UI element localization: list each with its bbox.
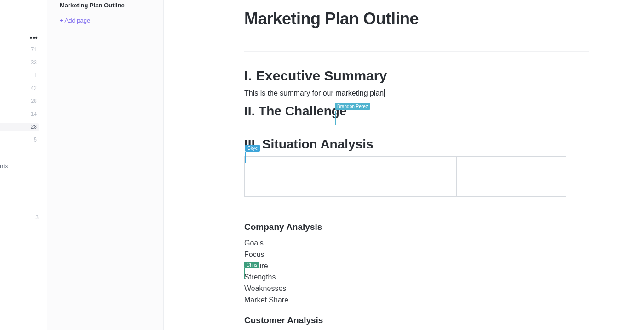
ellipsis-icon[interactable]: ••• (30, 34, 38, 41)
count-item[interactable]: 5 (32, 136, 39, 144)
count-item[interactable]: 33 (29, 59, 39, 67)
table-cell[interactable] (245, 183, 351, 197)
table-cell[interactable] (351, 170, 457, 183)
list-item[interactable]: Market Share (244, 295, 589, 306)
count-item[interactable]: 1 (32, 72, 39, 80)
company-items[interactable]: Chris Goals Focus Culture Strengths Weak… (244, 238, 589, 306)
table-row[interactable] (245, 157, 566, 170)
collaborator-tag: Brandon Perez (335, 103, 370, 110)
heading-challenge[interactable]: II. The Challenge Brandon Perez (244, 104, 589, 119)
table-row[interactable] (245, 170, 566, 183)
sidebar-counts: 71 33 1 42 28 14 28 5 (0, 46, 39, 144)
table-cell[interactable] (245, 157, 351, 170)
exec-summary-body[interactable]: This is the summary for our marketing pl… (244, 89, 589, 97)
count-item[interactable]: 14 (29, 110, 39, 118)
collaborator-caret (335, 111, 336, 125)
heading-situation[interactable]: III. Situation Analysis (244, 137, 589, 152)
list-item[interactable]: Focus (244, 249, 589, 261)
collaborator-tag: Chris (244, 262, 259, 268)
doc-title[interactable]: Marketing Plan Outline (244, 9, 589, 35)
count-item[interactable]: 42 (29, 85, 39, 92)
table-cell[interactable] (457, 170, 566, 183)
collaborator-tag: Skye (245, 145, 260, 152)
table-cell[interactable] (245, 170, 351, 183)
document-editor[interactable]: Marketing Plan Outline I. Executive Summ… (164, 0, 644, 330)
analysis-table[interactable] (244, 156, 566, 197)
analysis-table-wrap: Skye (244, 156, 589, 197)
table-row[interactable] (245, 183, 566, 197)
list-item[interactable]: Goals (244, 238, 589, 249)
heading-customer-analysis[interactable]: Customer Analysis (244, 315, 589, 325)
heading-company-analysis[interactable]: Company Analysis (244, 222, 589, 232)
collaborator-cursor-skye: Skye (245, 145, 260, 152)
count-item[interactable]: 71 (29, 46, 39, 54)
list-item[interactable]: Culture (244, 261, 589, 272)
doc-title-wrap: Marketing Plan Outline (244, 9, 589, 52)
heading-challenge-text: II. The Challenge (244, 104, 346, 118)
count-item[interactable]: 28 (29, 97, 39, 105)
count-item-active[interactable]: 28 (0, 123, 39, 131)
page-nav-panel: Marketing Plan Outline + Add page (47, 0, 164, 330)
sidebar-label-fragment: nts (0, 163, 8, 170)
left-count-sidebar: ••• 71 33 1 42 28 14 28 5 nts 3 (0, 0, 47, 330)
heading-exec-summary[interactable]: I. Executive Summary (244, 68, 589, 84)
count-bottom[interactable]: 3 (35, 214, 39, 221)
collaborator-caret (245, 152, 246, 163)
list-item[interactable]: Weaknesses (244, 283, 589, 295)
collaborator-cursor-chris: Chris (244, 262, 259, 268)
collaborator-caret (244, 268, 245, 279)
nav-doc-title[interactable]: Marketing Plan Outline (60, 2, 154, 9)
table-cell[interactable] (351, 183, 457, 197)
list-item[interactable]: Strengths (244, 272, 589, 283)
table-cell[interactable] (351, 157, 457, 170)
table-cell[interactable] (457, 183, 566, 197)
collaborator-cursor-brandon: Brandon Perez (335, 103, 370, 110)
add-page-button[interactable]: + Add page (60, 17, 154, 24)
table-cell[interactable] (457, 157, 566, 170)
